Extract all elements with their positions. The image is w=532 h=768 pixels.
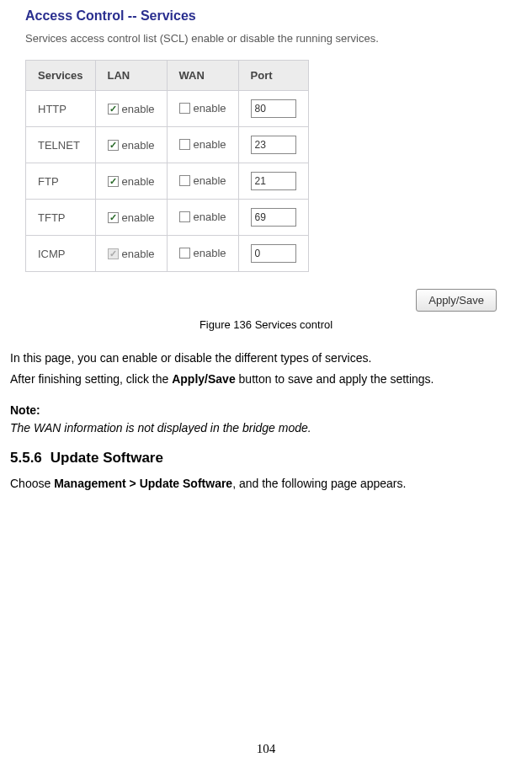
lan-checkbox-label: enable	[122, 103, 155, 115]
wan-checkbox-label: enable	[194, 138, 226, 151]
wan-cell: enable	[167, 127, 238, 163]
lan-cell: ✓enable	[95, 127, 167, 163]
col-header-lan: LAN	[95, 61, 167, 91]
lan-cell: ✓enable	[95, 91, 167, 127]
service-name: TFTP	[26, 200, 96, 236]
lan-checkbox-label: enable	[122, 211, 155, 224]
panel-title: Access Control -- Services	[25, 8, 522, 24]
col-header-port: Port	[238, 61, 308, 91]
port-input[interactable]	[251, 99, 296, 118]
wan-checkbox-label: enable	[194, 211, 226, 223]
section-title: Update Software	[51, 450, 163, 466]
table-row: ICMP✓enableenable	[26, 236, 309, 272]
lan-checkbox: ✓	[108, 248, 119, 259]
wan-checkbox[interactable]	[179, 211, 190, 222]
button-row: Apply/Save	[10, 289, 497, 312]
paragraph-2-c: button to save and apply the settings.	[236, 372, 434, 386]
section-paragraph: Choose Management > Update Software, and…	[10, 475, 522, 493]
section-para-c: , and the following page appears.	[232, 477, 406, 490]
wan-cell: enable	[167, 163, 238, 200]
lan-cell: ✓enable	[95, 163, 167, 200]
wan-checkbox[interactable]	[179, 175, 190, 186]
wan-checkbox[interactable]	[179, 248, 190, 259]
services-table: Services LAN WAN Port HTTP✓enableenableT…	[25, 60, 309, 272]
wan-checkbox-label: enable	[194, 102, 226, 115]
lan-checkbox-label: enable	[122, 139, 155, 152]
apply-save-button[interactable]: Apply/Save	[416, 289, 497, 312]
port-input[interactable]	[251, 172, 296, 190]
lan-checkbox-label: enable	[122, 175, 155, 188]
lan-cell: ✓enable	[95, 200, 167, 236]
lan-checkbox[interactable]: ✓	[108, 140, 119, 151]
port-cell	[238, 127, 308, 163]
section-para-a: Choose	[10, 477, 54, 490]
port-cell	[238, 236, 308, 272]
table-row: TELNET✓enableenable	[26, 127, 309, 163]
service-name: FTP	[26, 163, 96, 200]
port-input[interactable]	[251, 244, 296, 263]
paragraph-2-bold: Apply/Save	[172, 372, 235, 386]
section-heading: 5.5.6Update Software	[10, 450, 522, 467]
services-table-wrap: Services LAN WAN Port HTTP✓enableenableT…	[25, 60, 522, 272]
section-number: 5.5.6	[10, 450, 42, 466]
service-name: ICMP	[26, 236, 96, 272]
wan-cell: enable	[167, 200, 238, 236]
service-name: TELNET	[26, 127, 96, 163]
table-row: TFTP✓enableenable	[26, 200, 309, 236]
note-label: Note:	[10, 402, 522, 419]
lan-checkbox[interactable]: ✓	[108, 212, 119, 223]
port-input[interactable]	[251, 208, 296, 227]
table-row: FTP✓enableenable	[26, 163, 309, 200]
paragraph-1: In this page, you can enable or disable …	[10, 349, 522, 367]
paragraph-2-a: After finishing setting, click the	[10, 372, 172, 386]
port-input[interactable]	[251, 136, 296, 154]
table-row: HTTP✓enableenable	[26, 91, 309, 127]
note-body: The WAN information is not displayed in …	[10, 421, 522, 435]
lan-checkbox-label: enable	[122, 248, 155, 260]
lan-checkbox[interactable]: ✓	[108, 176, 119, 187]
col-header-services: Services	[26, 61, 96, 91]
port-cell	[238, 200, 308, 236]
figure-caption: Figure 136 Services control	[10, 318, 522, 331]
panel-subtitle: Services access control list (SCL) enabl…	[25, 32, 522, 45]
lan-cell: ✓enable	[95, 236, 167, 272]
wan-checkbox-label: enable	[194, 174, 226, 187]
paragraph-2: After finishing setting, click the Apply…	[10, 371, 522, 388]
lan-checkbox[interactable]: ✓	[108, 104, 119, 115]
port-cell	[238, 91, 308, 127]
wan-checkbox[interactable]	[179, 139, 190, 150]
wan-checkbox[interactable]	[179, 103, 190, 114]
col-header-wan: WAN	[167, 61, 238, 91]
service-name: HTTP	[26, 91, 96, 127]
wan-cell: enable	[167, 91, 238, 127]
page-number: 104	[0, 742, 532, 756]
section-para-bold: Management > Update Software	[54, 477, 232, 490]
wan-cell: enable	[167, 236, 238, 272]
services-tbody: HTTP✓enableenableTELNET✓enableenableFTP✓…	[26, 91, 309, 272]
wan-checkbox-label: enable	[194, 247, 226, 259]
port-cell	[238, 163, 308, 200]
